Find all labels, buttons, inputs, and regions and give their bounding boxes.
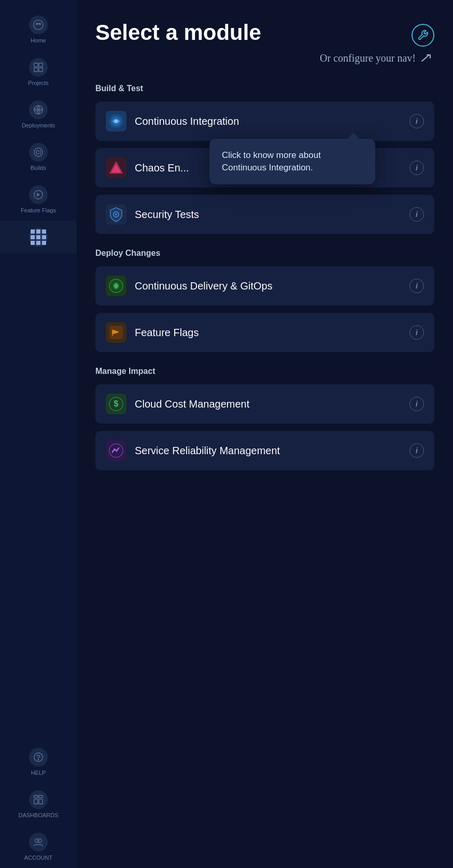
builds-label: Builds: [31, 165, 46, 171]
ci-icon: [106, 111, 126, 132]
main-content: Select a module Or configure your nav! B…: [77, 0, 453, 868]
svg-rect-13: [34, 795, 38, 798]
cd-icon: [106, 276, 126, 296]
deployments-icon: [29, 100, 48, 119]
module-card-ci[interactable]: Continuous Integration i: [95, 102, 434, 141]
svg-point-2: [39, 23, 40, 25]
sidebar-item-account[interactable]: ACCOUNT: [0, 826, 77, 868]
chaos-icon: [106, 157, 126, 178]
page-title: Select a module: [95, 21, 261, 45]
sidebar: Home Projects Deployments: [0, 0, 77, 868]
svg-rect-16: [39, 799, 43, 804]
security-left: Security Tests: [106, 204, 199, 225]
sidebar-item-deployments[interactable]: Deployments: [0, 93, 77, 136]
svg-rect-15: [34, 799, 38, 804]
ff-module-name: Feature Flags: [135, 327, 199, 339]
ff-info-button[interactable]: i: [409, 325, 424, 340]
ff-icon: [106, 322, 126, 343]
chaos-module-name: Chaos En...: [135, 162, 189, 174]
svg-point-1: [36, 23, 38, 25]
svg-point-25: [115, 213, 117, 215]
module-card-cloud[interactable]: $ Cloud Cost Management i: [95, 384, 434, 424]
help-icon: [29, 748, 48, 766]
home-label: Home: [31, 37, 46, 44]
tooltip-text: Click to know more about Continuous Inte…: [222, 150, 321, 172]
sidebar-item-home[interactable]: Home: [0, 8, 77, 51]
security-module-name: Security Tests: [135, 209, 199, 221]
svg-rect-3: [34, 63, 38, 67]
subtitle: Or configure your nav!: [95, 51, 434, 65]
srm-module-name: Service Reliability Management: [135, 445, 280, 457]
section-manage-impact-label: Manage Impact: [95, 367, 434, 376]
ci-module-name: Continuous Integration: [135, 115, 239, 127]
sidebar-item-modules[interactable]: [0, 221, 77, 254]
settings-button[interactable]: [412, 24, 434, 47]
projects-label: Projects: [28, 80, 49, 86]
feature-flags-sidebar-label: Feature Flags: [21, 207, 56, 213]
svg-point-12: [38, 759, 38, 760]
section-deploy-changes-label: Deploy Changes: [95, 249, 434, 258]
security-icon: [106, 204, 126, 225]
module-card-ff[interactable]: Feature Flags i: [95, 313, 434, 352]
home-icon: [29, 16, 48, 34]
sidebar-item-builds[interactable]: CI Builds: [0, 136, 77, 178]
svg-point-0: [34, 20, 43, 30]
svg-text:CI: CI: [36, 150, 41, 155]
svg-rect-5: [34, 68, 38, 71]
chaos-left: Chaos En...: [106, 157, 189, 178]
cloud-left: $ Cloud Cost Management: [106, 394, 249, 414]
sidebar-item-feature-flags[interactable]: Feature Flags: [0, 178, 77, 221]
help-label: HELP: [31, 770, 46, 776]
ci-tooltip-container: Continuous Integration i Click to know m…: [95, 102, 434, 141]
srm-info-button[interactable]: i: [409, 443, 424, 458]
deployments-label: Deployments: [22, 122, 55, 128]
srm-icon: [106, 440, 126, 461]
cd-info-button[interactable]: i: [409, 279, 424, 293]
svg-point-18: [38, 839, 41, 843]
cd-module-name: Continuous Delivery & GitOps: [135, 280, 273, 292]
ff-left: Feature Flags: [106, 322, 199, 343]
page-header: Select a module: [95, 21, 434, 47]
cloud-info-button[interactable]: i: [409, 397, 424, 411]
sidebar-item-dashboards[interactable]: DASHBOARDS: [0, 783, 77, 826]
account-label: ACCOUNT: [24, 855, 52, 861]
subtitle-text: Or configure your nav!: [320, 52, 416, 64]
sidebar-item-projects[interactable]: Projects: [0, 51, 77, 93]
arrow-icon: [420, 51, 434, 65]
section-build-test-label: Build & Test: [95, 84, 434, 93]
sidebar-bottom: HELP DASHBOARDS A: [0, 741, 77, 868]
sidebar-item-help[interactable]: HELP: [0, 741, 77, 783]
modules-icon: [29, 228, 48, 247]
feature-flags-icon: [29, 185, 48, 204]
module-card-cd[interactable]: Continuous Delivery & GitOps i: [95, 266, 434, 306]
projects-icon: [29, 58, 48, 77]
svg-rect-14: [39, 795, 43, 798]
security-info-button[interactable]: i: [409, 207, 424, 222]
ci-left: Continuous Integration: [106, 111, 239, 132]
module-card-security[interactable]: Security Tests i: [95, 195, 434, 234]
cloud-module-name: Cloud Cost Management: [135, 398, 249, 410]
chaos-info-button[interactable]: i: [409, 161, 424, 175]
svg-rect-4: [39, 63, 43, 67]
module-card-srm[interactable]: Service Reliability Management i: [95, 431, 434, 470]
cd-left: Continuous Delivery & GitOps: [106, 276, 273, 296]
cloud-icon: $: [106, 394, 126, 414]
dashboards-icon: [29, 790, 48, 809]
dashboards-label: DASHBOARDS: [18, 812, 58, 818]
ci-tooltip: Click to know more about Continuous Inte…: [209, 139, 375, 184]
builds-icon: CI: [29, 143, 48, 162]
srm-left: Service Reliability Management: [106, 440, 280, 461]
svg-point-21: [115, 120, 118, 123]
ci-info-button[interactable]: i: [409, 114, 424, 128]
svg-rect-6: [39, 68, 43, 71]
account-icon: [29, 833, 48, 851]
grid-icon: [31, 229, 46, 245]
svg-text:$: $: [114, 399, 119, 408]
